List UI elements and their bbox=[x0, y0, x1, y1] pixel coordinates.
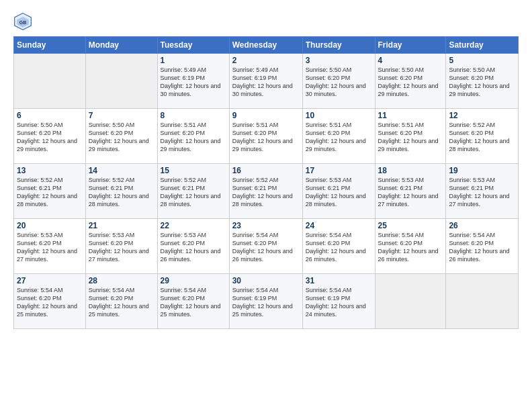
day-number: 5 bbox=[449, 56, 515, 65]
day-number: 9 bbox=[232, 111, 300, 120]
page: GB SundayMondayTuesdayWednesdayThursdayF… bbox=[0, 0, 532, 411]
calendar-cell: 14Sunrise: 5:52 AM Sunset: 6:21 PM Dayli… bbox=[85, 164, 157, 219]
day-number: 28 bbox=[89, 276, 154, 285]
col-header-saturday: Saturday bbox=[446, 37, 519, 54]
day-info: Sunrise: 5:54 AM Sunset: 6:20 PM Dayligh… bbox=[89, 286, 154, 319]
calendar-cell: 15Sunrise: 5:52 AM Sunset: 6:21 PM Dayli… bbox=[157, 164, 229, 219]
day-number: 23 bbox=[232, 221, 300, 230]
day-info: Sunrise: 5:52 AM Sunset: 6:21 PM Dayligh… bbox=[89, 176, 154, 209]
calendar-week-5: 27Sunrise: 5:54 AM Sunset: 6:20 PM Dayli… bbox=[14, 274, 519, 329]
calendar-cell: 17Sunrise: 5:53 AM Sunset: 6:21 PM Dayli… bbox=[302, 164, 375, 219]
day-info: Sunrise: 5:49 AM Sunset: 6:19 PM Dayligh… bbox=[161, 66, 226, 99]
day-info: Sunrise: 5:53 AM Sunset: 6:20 PM Dayligh… bbox=[17, 231, 83, 264]
calendar-cell bbox=[14, 54, 86, 109]
day-number: 14 bbox=[89, 166, 154, 175]
calendar-week-4: 20Sunrise: 5:53 AM Sunset: 6:20 PM Dayli… bbox=[14, 219, 519, 274]
day-info: Sunrise: 5:52 AM Sunset: 6:21 PM Dayligh… bbox=[161, 176, 226, 209]
col-header-thursday: Thursday bbox=[302, 37, 375, 54]
day-info: Sunrise: 5:54 AM Sunset: 6:20 PM Dayligh… bbox=[449, 231, 515, 264]
calendar-cell: 22Sunrise: 5:53 AM Sunset: 6:20 PM Dayli… bbox=[157, 219, 229, 274]
calendar-cell: 21Sunrise: 5:53 AM Sunset: 6:20 PM Dayli… bbox=[85, 219, 157, 274]
calendar-cell: 27Sunrise: 5:54 AM Sunset: 6:20 PM Dayli… bbox=[14, 274, 86, 329]
day-info: Sunrise: 5:50 AM Sunset: 6:20 PM Dayligh… bbox=[17, 121, 83, 154]
calendar-cell: 16Sunrise: 5:52 AM Sunset: 6:21 PM Dayli… bbox=[229, 164, 302, 219]
day-info: Sunrise: 5:54 AM Sunset: 6:20 PM Dayligh… bbox=[232, 231, 300, 264]
day-number: 19 bbox=[449, 166, 515, 175]
col-header-wednesday: Wednesday bbox=[229, 37, 302, 54]
day-number: 8 bbox=[161, 111, 226, 120]
calendar-cell bbox=[85, 54, 157, 109]
calendar-cell: 2Sunrise: 5:49 AM Sunset: 6:19 PM Daylig… bbox=[229, 54, 302, 109]
logo-icon: GB bbox=[13, 12, 32, 31]
day-number: 13 bbox=[17, 166, 83, 175]
day-info: Sunrise: 5:52 AM Sunset: 6:21 PM Dayligh… bbox=[232, 176, 300, 209]
day-info: Sunrise: 5:52 AM Sunset: 6:21 PM Dayligh… bbox=[17, 176, 83, 209]
day-number: 17 bbox=[306, 166, 372, 175]
calendar-cell: 28Sunrise: 5:54 AM Sunset: 6:20 PM Dayli… bbox=[85, 274, 157, 329]
calendar-cell: 30Sunrise: 5:54 AM Sunset: 6:19 PM Dayli… bbox=[229, 274, 302, 329]
day-number: 11 bbox=[378, 111, 443, 120]
svg-text:GB: GB bbox=[19, 20, 27, 25]
day-number: 7 bbox=[89, 111, 154, 120]
calendar-cell: 10Sunrise: 5:51 AM Sunset: 6:20 PM Dayli… bbox=[302, 109, 375, 164]
calendar-cell: 31Sunrise: 5:54 AM Sunset: 6:19 PM Dayli… bbox=[302, 274, 375, 329]
day-number: 30 bbox=[232, 276, 300, 285]
day-info: Sunrise: 5:54 AM Sunset: 6:19 PM Dayligh… bbox=[306, 286, 372, 319]
day-number: 24 bbox=[306, 221, 372, 230]
calendar-cell: 24Sunrise: 5:54 AM Sunset: 6:20 PM Dayli… bbox=[302, 219, 375, 274]
calendar-cell: 13Sunrise: 5:52 AM Sunset: 6:21 PM Dayli… bbox=[14, 164, 86, 219]
day-number: 16 bbox=[232, 166, 300, 175]
day-info: Sunrise: 5:51 AM Sunset: 6:20 PM Dayligh… bbox=[306, 121, 372, 154]
day-number: 2 bbox=[232, 56, 300, 65]
day-number: 1 bbox=[161, 56, 226, 65]
day-number: 18 bbox=[378, 166, 443, 175]
day-info: Sunrise: 5:51 AM Sunset: 6:20 PM Dayligh… bbox=[161, 121, 226, 154]
day-number: 20 bbox=[17, 221, 83, 230]
day-info: Sunrise: 5:53 AM Sunset: 6:20 PM Dayligh… bbox=[161, 231, 226, 264]
calendar-week-1: 1Sunrise: 5:49 AM Sunset: 6:19 PM Daylig… bbox=[14, 54, 519, 109]
header: GB bbox=[13, 12, 519, 31]
day-info: Sunrise: 5:53 AM Sunset: 6:21 PM Dayligh… bbox=[449, 176, 515, 209]
calendar-cell: 23Sunrise: 5:54 AM Sunset: 6:20 PM Dayli… bbox=[229, 219, 302, 274]
calendar-cell: 6Sunrise: 5:50 AM Sunset: 6:20 PM Daylig… bbox=[14, 109, 86, 164]
calendar-cell: 11Sunrise: 5:51 AM Sunset: 6:20 PM Dayli… bbox=[375, 109, 446, 164]
day-number: 31 bbox=[306, 276, 372, 285]
day-info: Sunrise: 5:54 AM Sunset: 6:20 PM Dayligh… bbox=[306, 231, 372, 264]
day-info: Sunrise: 5:50 AM Sunset: 6:20 PM Dayligh… bbox=[89, 121, 154, 154]
col-header-monday: Monday bbox=[85, 37, 157, 54]
day-info: Sunrise: 5:54 AM Sunset: 6:20 PM Dayligh… bbox=[161, 286, 226, 319]
day-info: Sunrise: 5:51 AM Sunset: 6:20 PM Dayligh… bbox=[378, 121, 443, 154]
day-number: 21 bbox=[89, 221, 154, 230]
day-info: Sunrise: 5:49 AM Sunset: 6:19 PM Dayligh… bbox=[232, 66, 300, 99]
day-number: 22 bbox=[161, 221, 226, 230]
day-info: Sunrise: 5:53 AM Sunset: 6:21 PM Dayligh… bbox=[306, 176, 372, 209]
calendar-cell bbox=[375, 274, 446, 329]
day-info: Sunrise: 5:53 AM Sunset: 6:21 PM Dayligh… bbox=[378, 176, 443, 209]
day-info: Sunrise: 5:53 AM Sunset: 6:20 PM Dayligh… bbox=[89, 231, 154, 264]
day-number: 26 bbox=[449, 221, 515, 230]
day-number: 3 bbox=[306, 56, 372, 65]
day-info: Sunrise: 5:50 AM Sunset: 6:20 PM Dayligh… bbox=[449, 66, 515, 99]
calendar-cell: 18Sunrise: 5:53 AM Sunset: 6:21 PM Dayli… bbox=[375, 164, 446, 219]
calendar-cell: 26Sunrise: 5:54 AM Sunset: 6:20 PM Dayli… bbox=[446, 219, 519, 274]
calendar-cell bbox=[446, 274, 519, 329]
day-info: Sunrise: 5:50 AM Sunset: 6:20 PM Dayligh… bbox=[378, 66, 443, 99]
logo: GB bbox=[13, 12, 35, 31]
col-header-sunday: Sunday bbox=[14, 37, 86, 54]
day-number: 27 bbox=[17, 276, 83, 285]
calendar-week-2: 6Sunrise: 5:50 AM Sunset: 6:20 PM Daylig… bbox=[14, 109, 519, 164]
calendar-cell: 12Sunrise: 5:52 AM Sunset: 6:20 PM Dayli… bbox=[446, 109, 519, 164]
calendar-cell: 25Sunrise: 5:54 AM Sunset: 6:20 PM Dayli… bbox=[375, 219, 446, 274]
calendar-header-row: SundayMondayTuesdayWednesdayThursdayFrid… bbox=[14, 37, 519, 54]
calendar-cell: 9Sunrise: 5:51 AM Sunset: 6:20 PM Daylig… bbox=[229, 109, 302, 164]
day-info: Sunrise: 5:52 AM Sunset: 6:20 PM Dayligh… bbox=[449, 121, 515, 154]
calendar-cell: 29Sunrise: 5:54 AM Sunset: 6:20 PM Dayli… bbox=[157, 274, 229, 329]
day-number: 6 bbox=[17, 111, 83, 120]
day-number: 10 bbox=[306, 111, 372, 120]
day-number: 15 bbox=[161, 166, 226, 175]
col-header-friday: Friday bbox=[375, 37, 446, 54]
calendar-cell: 19Sunrise: 5:53 AM Sunset: 6:21 PM Dayli… bbox=[446, 164, 519, 219]
day-number: 4 bbox=[378, 56, 443, 65]
col-header-tuesday: Tuesday bbox=[157, 37, 229, 54]
calendar-cell: 7Sunrise: 5:50 AM Sunset: 6:20 PM Daylig… bbox=[85, 109, 157, 164]
